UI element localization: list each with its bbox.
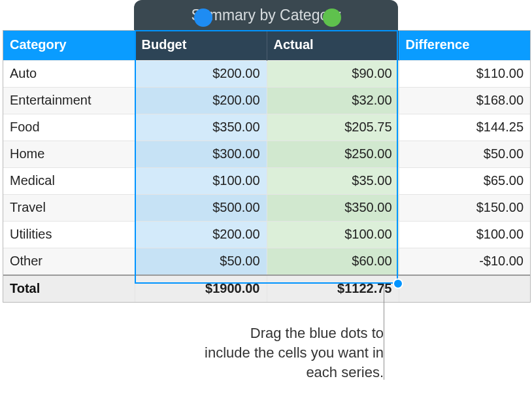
cell-category[interactable]: Travel [3,195,135,222]
table-title: Summary by Category [191,7,341,24]
cell-category[interactable]: Home [3,141,135,168]
cell-category[interactable]: Auto [3,61,135,88]
cell-budget[interactable]: $200.00 [135,88,267,114]
cell-total-difference[interactable] [399,275,530,302]
cell-actual[interactable]: $60.00 [267,248,399,276]
cell-category[interactable]: Entertainment [3,88,135,114]
table-row[interactable]: Utilities $200.00 $100.00 $100.00 [3,222,530,248]
cell-actual[interactable]: $35.00 [267,168,399,195]
col-header-category[interactable]: Category [3,31,135,61]
cell-difference[interactable]: $100.00 [399,222,530,248]
cell-difference[interactable]: $50.00 [399,141,530,168]
series-dot-budget [194,8,212,27]
col-header-difference[interactable]: Difference [399,31,530,61]
spreadsheet-table[interactable]: Category Budget Actual Difference Auto $… [3,30,531,303]
cell-actual[interactable]: $250.00 [267,141,399,168]
cell-budget[interactable]: $100.00 [135,168,267,195]
series-dot-actual [323,8,341,27]
callout-leader-line [384,285,384,380]
table-row[interactable]: Travel $500.00 $350.00 $150.00 [3,195,530,222]
cell-difference[interactable]: $168.00 [399,88,530,114]
cell-budget[interactable]: $50.00 [135,248,267,276]
total-row[interactable]: Total $1900.00 $1122.75 [3,275,530,302]
table-row[interactable]: Auto $200.00 $90.00 $110.00 [3,61,530,88]
table-row[interactable]: Home $300.00 $250.00 $50.00 [3,141,530,168]
cell-actual[interactable]: $32.00 [267,88,399,114]
cell-difference[interactable]: $110.00 [399,61,530,88]
cell-budget[interactable]: $300.00 [135,141,267,168]
cell-budget[interactable]: $350.00 [135,114,267,141]
cell-actual[interactable]: $350.00 [267,195,399,222]
cell-actual[interactable]: $100.00 [267,222,399,248]
cell-difference[interactable]: $150.00 [399,195,530,222]
selection-drag-handle[interactable] [393,278,403,289]
table-row[interactable]: Other $50.00 $60.00 -$10.00 [3,248,530,276]
table-title-tab[interactable]: Summary by Category [134,0,398,30]
cell-total-actual[interactable]: $1122.75 [267,275,399,302]
cell-budget[interactable]: $200.00 [135,61,267,88]
cell-category[interactable]: Utilities [3,222,135,248]
cell-budget[interactable]: $200.00 [135,222,267,248]
cell-difference[interactable]: -$10.00 [399,248,530,276]
cell-category[interactable]: Food [3,114,135,141]
cell-total-budget[interactable]: $1900.00 [135,275,267,302]
cell-category[interactable]: Other [3,248,135,276]
col-header-budget[interactable]: Budget [135,31,267,61]
table-row[interactable]: Medical $100.00 $35.00 $65.00 [3,168,530,195]
callout-text: Drag the blue dots to include the cells … [203,324,384,382]
cell-total-label[interactable]: Total [3,275,135,302]
header-row[interactable]: Category Budget Actual Difference [3,31,530,61]
cell-actual[interactable]: $205.75 [267,114,399,141]
cell-budget[interactable]: $500.00 [135,195,267,222]
cell-difference[interactable]: $144.25 [399,114,530,141]
table-row[interactable]: Entertainment $200.00 $32.00 $168.00 [3,88,530,114]
table-row[interactable]: Food $350.00 $205.75 $144.25 [3,114,530,141]
cell-category[interactable]: Medical [3,168,135,195]
cell-actual[interactable]: $90.00 [267,61,399,88]
col-header-actual[interactable]: Actual [267,31,399,61]
cell-difference[interactable]: $65.00 [399,168,530,195]
